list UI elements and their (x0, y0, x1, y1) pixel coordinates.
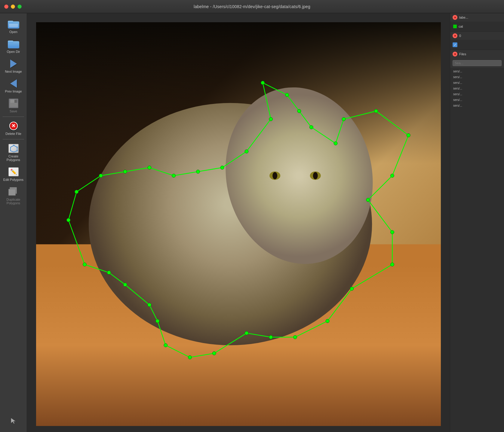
file-list: sers/... sers/... sers/... sers/... sers… (450, 68, 504, 432)
file-list-section: ✕ Files sers/... sers/... sers/... sers/… (450, 50, 504, 432)
prev-image-icon (8, 78, 20, 89)
file-item-2[interactable]: sers/... (450, 80, 504, 86)
window-title: labelme - /Users/cl10082-m/dev/jike-cat-… (194, 4, 310, 9)
flags-header: ✕ 0 (450, 32, 504, 40)
title-bar: labelme - /Users/cl10082-m/dev/jike-cat-… (0, 0, 504, 13)
cursor-icon (8, 415, 20, 426)
edit-polygons-label: Edit Polygons (3, 178, 23, 181)
main-layout: Open Open Dir Next Image Prev Imag (0, 13, 504, 432)
checkbox-item[interactable]: ✓ (453, 42, 502, 47)
edit-polygons-icon: ✏️ (8, 166, 20, 177)
close-button[interactable] (4, 5, 8, 9)
sidebar-item-create-polygons[interactable]: Create Polygons (0, 141, 27, 164)
open-dir-icon (8, 38, 20, 49)
file-list-header: ✕ Files (450, 50, 504, 58)
svg-point-3 (17, 150, 18, 151)
file-item-1[interactable]: sers/... (450, 74, 504, 80)
labels-body: cat (450, 22, 504, 31)
sidebar-divider-1 (3, 117, 24, 117)
sidebar-item-duplicate-polygons[interactable]: Duplicate Polygons (0, 184, 27, 207)
flags-body: ✓ (450, 40, 504, 50)
left-sidebar: Open Open Dir Next Image Prev Imag (0, 13, 27, 432)
file-list-header-text: Files (459, 52, 502, 56)
save-label: Save (10, 109, 17, 113)
svg-point-1 (13, 145, 14, 146)
next-image-icon (8, 58, 20, 69)
next-image-label: Next Image (5, 70, 22, 73)
right-panel: ✕ labe... cat ✕ 0 ✓ (450, 13, 504, 432)
svg-marker-0 (11, 145, 17, 152)
sidebar-item-edit-polygons[interactable]: ✏️ Edit Polygons (0, 164, 27, 184)
labels-close-button[interactable]: ✕ (453, 15, 457, 20)
label-color-indicator (453, 25, 457, 28)
svg-point-2 (17, 147, 18, 148)
file-search-area (450, 58, 504, 68)
maximize-button[interactable] (17, 5, 22, 9)
window-controls[interactable] (4, 5, 22, 9)
file-list-close-button[interactable]: ✕ (453, 52, 457, 56)
create-polygons-icon (8, 143, 20, 154)
sidebar-item-delete-file[interactable]: ✕ Delete File (0, 118, 27, 138)
sidebar-item-open[interactable]: Open (0, 16, 27, 36)
file-item-3[interactable]: sers/... (450, 86, 504, 91)
file-item-6[interactable]: sers/... (450, 103, 504, 108)
sidebar-item-save[interactable]: Save (0, 96, 27, 115)
file-item-4[interactable]: sers/... (450, 91, 504, 97)
sidebar-item-prev-image[interactable]: Prev Image (0, 76, 27, 96)
labels-section: ✕ labe... cat (450, 13, 504, 32)
labels-title: labe... (459, 16, 502, 19)
sidebar-item-cursor[interactable] (0, 413, 27, 429)
sidebar-item-next-image[interactable]: Next Image (0, 56, 27, 76)
labels-header: ✕ labe... (450, 13, 504, 22)
delete-file-icon: ✕ (8, 120, 20, 131)
canvas-area[interactable] (27, 13, 450, 432)
open-label: Open (9, 30, 17, 34)
prev-image-label: Prev Image (5, 90, 22, 93)
image-canvas[interactable] (36, 22, 441, 426)
checkbox-checked[interactable]: ✓ (453, 42, 457, 47)
create-polygons-label: Create Polygons (2, 154, 25, 162)
file-item-5[interactable]: sers/... (450, 97, 504, 103)
label-item-cat[interactable]: cat (453, 23, 502, 29)
duplicate-polygons-icon (8, 186, 20, 197)
save-icon (8, 98, 20, 109)
sidebar-item-open-dir[interactable]: Open Dir (0, 36, 27, 56)
file-search-input[interactable] (453, 60, 502, 66)
flags-title: 0 (459, 34, 502, 38)
open-dir-label: Open Dir (7, 50, 20, 53)
open-icon (8, 19, 20, 29)
flags-section: ✕ 0 ✓ (450, 32, 504, 50)
flags-close-button[interactable]: ✕ (453, 33, 457, 38)
duplicate-polygons-label: Duplicate Polygons (2, 198, 25, 205)
sidebar-divider-2 (3, 139, 24, 139)
file-item-0[interactable]: sers/... (450, 68, 504, 74)
label-text-cat: cat (459, 25, 463, 28)
delete-file-label: Delete File (5, 132, 21, 135)
minimize-button[interactable] (11, 5, 15, 9)
